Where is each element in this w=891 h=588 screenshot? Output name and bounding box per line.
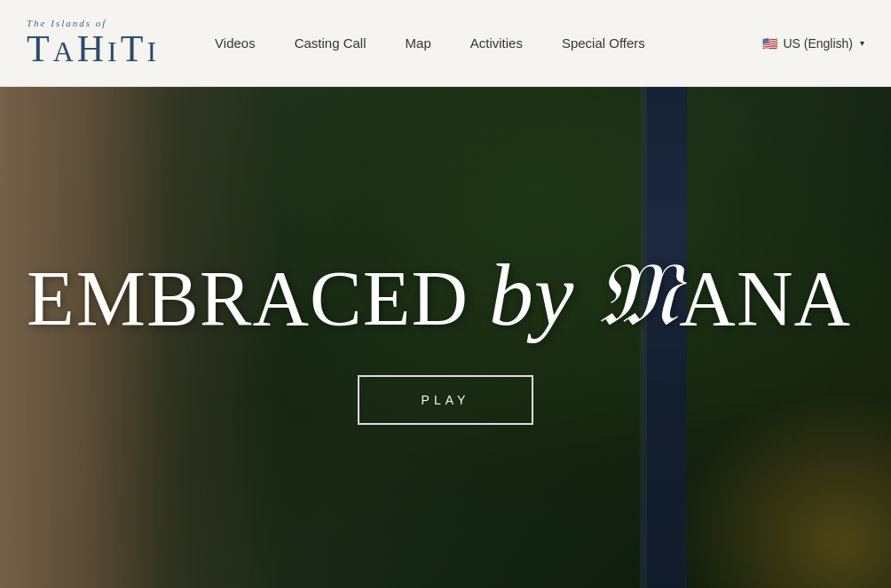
- hero-title-text: EMBRACED by 𝔐ANA: [27, 255, 851, 341]
- logo[interactable]: The Islands of TAHITI: [27, 19, 160, 67]
- hero-section: EMBRACED by 𝔐ANA PLAY: [0, 87, 891, 588]
- site-header: The Islands of TAHITI Videos Casting Cal…: [0, 0, 891, 87]
- logo-subtitle: The Islands of: [27, 19, 160, 28]
- hero-title: EMBRACED by 𝔐ANA: [27, 251, 851, 340]
- nav-item-casting-call[interactable]: Casting Call: [275, 35, 386, 51]
- logo-title: TAHITI: [27, 30, 160, 67]
- nav-item-videos[interactable]: Videos: [195, 35, 275, 51]
- nav-item-map[interactable]: Map: [386, 35, 451, 51]
- language-label: US (English): [783, 36, 853, 51]
- play-button[interactable]: PLAY: [358, 375, 534, 425]
- language-selector[interactable]: 🇺🇸 US (English) ▾: [762, 36, 864, 51]
- main-nav: Videos Casting Call Map Activities Speci…: [195, 35, 762, 51]
- chevron-down-icon: ▾: [860, 38, 864, 48]
- nav-item-activities[interactable]: Activities: [451, 35, 542, 51]
- hero-content: EMBRACED by 𝔐ANA PLAY: [0, 87, 891, 588]
- flag-icon: 🇺🇸: [762, 36, 777, 51]
- nav-item-special-offers[interactable]: Special Offers: [542, 35, 665, 51]
